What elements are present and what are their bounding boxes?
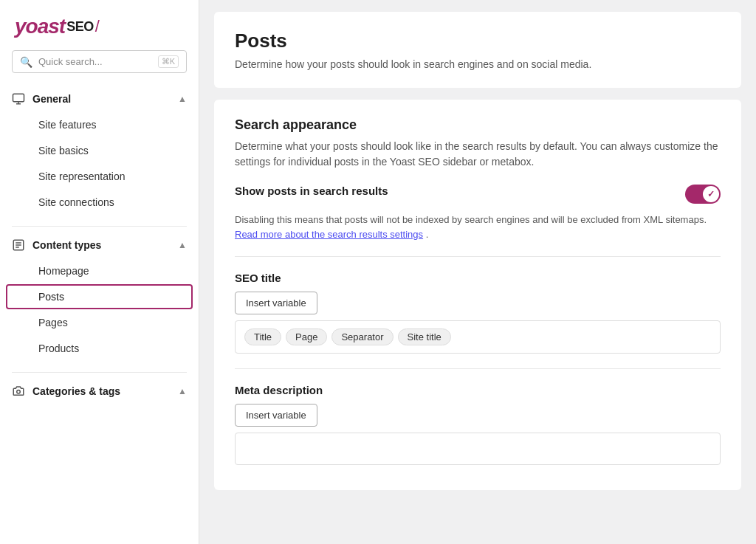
chevron-up-icon: ▲ xyxy=(178,94,187,104)
search-bar[interactable]: 🔍 Quick search... ⌘K xyxy=(12,50,187,73)
logo-yoast: yoast xyxy=(15,15,65,38)
section-divider-2 xyxy=(235,368,721,369)
nav-section-categories-tags: Categories & tags ▲ xyxy=(0,377,199,410)
monitor-icon xyxy=(12,92,25,106)
search-placeholder: Quick search... xyxy=(38,56,152,67)
categories-tags-label: Categories & tags xyxy=(32,385,171,397)
sidebar-item-site-connections[interactable]: Site connections xyxy=(6,190,193,215)
toggle-description: Disabling this means that posts will not… xyxy=(235,213,721,241)
page-header-card: Posts Determine how your posts should lo… xyxy=(214,12,741,88)
meta-description-section: Meta description Insert variable xyxy=(235,384,721,465)
page-subtitle: Determine how your posts should look in … xyxy=(235,58,721,70)
content-icon xyxy=(12,238,25,252)
meta-description-label: Meta description xyxy=(235,384,721,396)
sidebar-item-site-features[interactable]: Site features xyxy=(6,112,193,137)
general-label: General xyxy=(32,93,171,105)
logo-slash: / xyxy=(95,17,100,36)
seo-title-label: SEO title xyxy=(235,272,721,284)
seo-title-insert-variable-button[interactable]: Insert variable xyxy=(235,292,317,314)
sidebar-item-pages[interactable]: Pages xyxy=(6,310,193,335)
nav-section-general: General ▲ Site features Site basics Site… xyxy=(0,85,199,221)
logo-seo: SEO xyxy=(66,19,94,35)
page-title: Posts xyxy=(235,30,721,52)
sidebar-item-posts[interactable]: Posts xyxy=(6,284,193,309)
sidebar-item-products[interactable]: Products xyxy=(6,336,193,361)
sidebar-item-site-representation[interactable]: Site representation xyxy=(6,164,193,189)
search-icon: 🔍 xyxy=(20,56,32,68)
toggle-label: Show posts in search results xyxy=(235,185,388,197)
show-posts-toggle[interactable]: ✓ xyxy=(685,185,721,204)
seo-title-section: SEO title Insert variable Title Page Sep… xyxy=(235,272,721,354)
search-appearance-card: Search appearance Determine what your po… xyxy=(214,100,741,490)
categories-icon xyxy=(12,385,25,398)
chevron-up-icon-3: ▲ xyxy=(178,386,187,396)
divider-2 xyxy=(12,372,187,373)
sidebar: yoast SEO / 🔍 Quick search... ⌘K General… xyxy=(0,0,199,544)
toggle-description-pre: Disabling this means that posts will not… xyxy=(235,214,707,225)
show-posts-toggle-row: Show posts in search results ✓ xyxy=(235,185,721,204)
seo-title-tags-input[interactable]: Title Page Separator Site title xyxy=(235,320,721,354)
main-content: Posts Determine how your posts should lo… xyxy=(199,0,756,544)
nav-group-general[interactable]: General ▲ xyxy=(0,85,199,111)
tag-page: Page xyxy=(286,328,327,345)
divider-1 xyxy=(12,226,187,227)
toggle-knob: ✓ xyxy=(703,186,719,202)
svg-rect-0 xyxy=(13,94,24,102)
tag-site-title: Site title xyxy=(398,328,451,345)
search-results-link[interactable]: Read more about the search results setti… xyxy=(235,229,423,240)
search-appearance-description: Determine what your posts should look li… xyxy=(235,139,721,170)
svg-point-7 xyxy=(17,390,21,394)
nav-section-content-types: Content types ▲ Homepage Posts Pages Pro… xyxy=(0,231,199,368)
nav-group-content-types[interactable]: Content types ▲ xyxy=(0,231,199,258)
sidebar-item-homepage[interactable]: Homepage xyxy=(6,258,193,283)
tag-title: Title xyxy=(244,328,281,345)
meta-description-insert-variable-button[interactable]: Insert variable xyxy=(235,404,317,427)
meta-description-tags-input[interactable] xyxy=(235,433,721,465)
tag-separator: Separator xyxy=(331,328,393,345)
search-shortcut: ⌘K xyxy=(158,55,179,68)
chevron-up-icon-2: ▲ xyxy=(178,240,187,250)
nav-group-categories-tags[interactable]: Categories & tags ▲ xyxy=(0,377,199,404)
sidebar-item-site-basics[interactable]: Site basics xyxy=(6,138,193,163)
toggle-description-post: . xyxy=(426,229,429,240)
section-divider xyxy=(235,256,721,257)
content-types-label: Content types xyxy=(32,239,171,251)
search-appearance-title: Search appearance xyxy=(235,117,721,133)
toggle-check-icon: ✓ xyxy=(707,189,715,199)
logo: yoast SEO / xyxy=(0,0,199,50)
